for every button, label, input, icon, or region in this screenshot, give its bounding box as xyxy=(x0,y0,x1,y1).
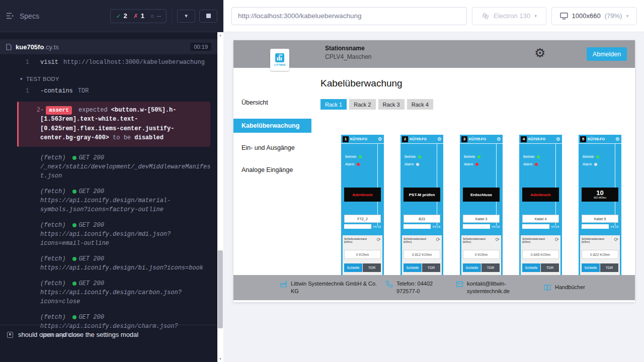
command-visit[interactable]: 1 visithttp://localhost:3000/kabelueberw… xyxy=(0,56,217,69)
schleife-button[interactable]: Schleife xyxy=(463,263,481,272)
chevron-down-icon: ▾ xyxy=(20,76,23,81)
betrieb-led xyxy=(418,155,421,158)
test-body-section[interactable]: ▾ TEST BODY xyxy=(0,69,217,85)
assert-badge: assert xyxy=(46,106,72,115)
scroll-down-icon[interactable]: ▼ xyxy=(217,357,223,360)
aut-toolbar: Electron 130 ▾ 1000x660 (79%) ▾ xyxy=(223,0,644,32)
station-label: Stationsname xyxy=(325,45,372,52)
nav-uebersicht[interactable]: Übersicht xyxy=(233,96,311,110)
stop-run-button[interactable] xyxy=(199,10,217,23)
viewport-zoom: (79%) xyxy=(605,12,622,20)
nav-ein-und-ausgaenge[interactable]: Ein- und Ausgänge xyxy=(233,141,311,155)
device-card-3: 3 KÜ705-FO ⚙ Betrieb Alarm Erdschluss xyxy=(460,135,503,278)
card-gear-icon[interactable]: ⚙ xyxy=(437,137,442,142)
command-assert-failed[interactable]: 2 -assert expected <button.w-[50%].h-[1.… xyxy=(17,102,210,147)
command-contains[interactable]: 1 -containsTDR xyxy=(0,85,217,98)
scrollbar-thumb[interactable] xyxy=(218,250,223,328)
fetch-label: (fetch) xyxy=(40,279,65,288)
tab-rack-1[interactable]: Rack 1 xyxy=(320,99,347,110)
betrieb-label: Betrieb xyxy=(523,155,534,158)
tab-rack-4[interactable]: Rack 4 xyxy=(407,99,433,110)
specs-list-icon[interactable] xyxy=(6,12,15,20)
tdr-button[interactable]: TDR xyxy=(541,263,559,272)
pending-test-row[interactable]: should open and close the settings modal xyxy=(0,325,217,344)
cypress-reporter: Specs ✓ 2 ✗ 1 ○ -- ▾ xyxy=(0,0,223,362)
check-icon: ✓ xyxy=(116,13,121,20)
browser-select[interactable]: Electron 130 ▾ xyxy=(472,7,546,25)
card-model: KÜ705-FO xyxy=(528,137,554,141)
cable-label: B23 xyxy=(404,215,440,223)
app-header: LITTWIN Stationsname CPLV4_Maschen ⚙ Abm… xyxy=(233,40,635,68)
nav-kabelueberwachung[interactable]: Kabelüberwachung xyxy=(233,119,311,133)
refresh-icon[interactable]: ⟳ xyxy=(496,237,500,242)
schleife-button[interactable]: Schleife xyxy=(404,263,422,272)
card-number: 2 xyxy=(402,136,408,142)
alarm-led xyxy=(594,163,597,166)
betrieb-label: Betrieb xyxy=(464,155,475,158)
station-value: CPLV4_Maschen xyxy=(325,53,372,60)
footer-handbuecher[interactable]: Handbücher xyxy=(543,284,619,292)
schleife-button[interactable]: Schleife xyxy=(344,263,362,272)
command-message: http://localhost:3000/kabelueberwachung xyxy=(63,59,205,66)
chevron-down-icon: ▾ xyxy=(534,13,537,19)
refresh-icon[interactable]: ⟳ xyxy=(555,237,559,242)
refresh-icon[interactable]: ⟳ xyxy=(614,237,618,242)
schleife-button[interactable]: Schleife xyxy=(522,263,540,272)
viewport-select[interactable]: 1000x660 (79%) ▾ xyxy=(551,7,637,25)
specs-label[interactable]: Specs xyxy=(20,12,39,20)
aut-panel: Electron 130 ▾ 1000x660 (79%) ▾ xyxy=(223,0,644,362)
loop-resistance-value: 0.822 KOhm xyxy=(582,250,618,259)
tdr-button[interactable]: TDR xyxy=(600,263,618,272)
settings-gear-icon[interactable]: ⚙ xyxy=(534,45,545,61)
phone-number: Telefon: 04402 972577-0 xyxy=(396,280,447,296)
firmware-version: V4.19 xyxy=(432,225,440,228)
address-bar[interactable] xyxy=(231,7,467,25)
logout-button[interactable]: Abmelden xyxy=(587,47,627,61)
alarm-label: Alarm xyxy=(345,162,354,166)
status-ok-dot xyxy=(72,156,76,160)
spec-timer: 00:19 xyxy=(190,43,211,51)
schleife-button[interactable]: Schleife xyxy=(582,263,600,272)
card-gear-icon[interactable]: ⚙ xyxy=(556,137,560,142)
app-content: Kabelüberwachung Rack 1 Rack 2 Rack 3 Ra… xyxy=(311,68,635,275)
scroll-up-icon[interactable]: ▲ xyxy=(217,34,223,37)
refresh-icon[interactable]: ⟳ xyxy=(436,237,440,242)
card-gear-icon[interactable]: ⚙ xyxy=(378,137,382,142)
tab-rack-2[interactable]: Rack 2 xyxy=(349,99,375,110)
reporter-scrollbar[interactable]: ▲ ▼ xyxy=(217,32,223,362)
spec-header[interactable]: kue705fo.cy.ts 00:19 xyxy=(0,39,217,54)
reporter-toolbar: Specs ✓ 2 ✗ 1 ○ -- ▾ xyxy=(0,0,223,32)
footer-email[interactable]: kontakt@littwin-systemtechnik.de xyxy=(456,280,522,296)
card-gear-icon[interactable]: ⚙ xyxy=(615,137,620,142)
card-model: KÜ706-FO xyxy=(588,137,614,141)
chevron-down-icon: ▾ xyxy=(626,13,628,19)
tab-rack-3[interactable]: Rack 3 xyxy=(378,99,405,110)
status-display: Aderbruch xyxy=(522,188,559,202)
mail-icon xyxy=(456,281,463,288)
command-name: -contains xyxy=(40,87,73,95)
command-name: visit xyxy=(40,59,58,66)
measurement-label: Schleifenwiderstand [kOhm] xyxy=(522,237,551,243)
measurement-label: Schleifenwiderstand [kOhm] xyxy=(344,237,373,243)
refresh-icon[interactable]: ⟳ xyxy=(377,237,381,242)
command-number: 1 xyxy=(0,87,29,96)
fetch-url: https://api.iconify.design/mdi.json?icon… xyxy=(40,230,212,248)
firmware-version: V4.19 xyxy=(492,225,500,228)
failed-count: 1 xyxy=(141,12,144,20)
nav-analoge-eingaenge[interactable]: Analoge Eingänge xyxy=(233,163,311,177)
aut-frame: LITTWIN Stationsname CPLV4_Maschen ⚙ Abm… xyxy=(233,40,635,302)
tdr-button[interactable]: TDR xyxy=(481,263,500,272)
tdr-button[interactable]: TDR xyxy=(363,263,381,272)
tdr-button[interactable]: TDR xyxy=(422,263,440,272)
viewport-icon xyxy=(560,13,568,20)
card-gear-icon[interactable]: ⚙ xyxy=(497,137,501,142)
station-info: Stationsname CPLV4_Maschen xyxy=(325,45,372,60)
fetch-method: GET 200 xyxy=(78,187,104,196)
pending-stat: ○ -- xyxy=(150,12,161,20)
collapse-runs-button[interactable]: ▾ xyxy=(177,10,195,23)
command-number: 1 xyxy=(0,58,29,67)
footer-phone[interactable]: Telefon: 04402 972577-0 xyxy=(385,280,447,296)
chevron-down-icon: ▾ xyxy=(185,13,188,19)
footer-company: Littwin Systemtechnik GmbH & Co. KG xyxy=(280,280,383,296)
card-model: KÜ705-FO xyxy=(469,137,495,141)
